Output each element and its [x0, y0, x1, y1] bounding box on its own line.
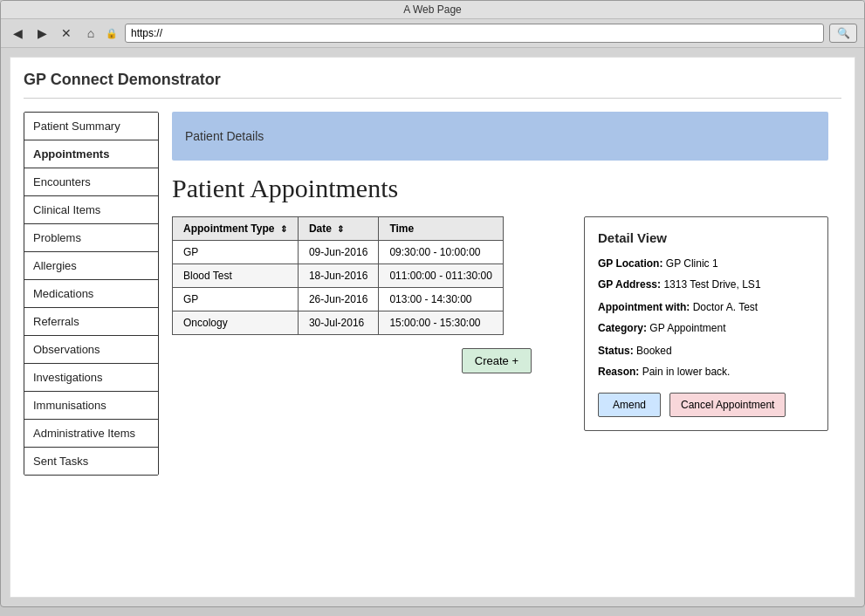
cell-time: 09:30:00 - 10:00:00	[379, 241, 504, 264]
cell-type: GP	[173, 288, 299, 311]
detail-status-label: Status:	[598, 345, 634, 357]
browser-titlebar: A Web Page	[1, 1, 864, 19]
sidebar-item-appointments[interactable]: Appointments	[24, 140, 158, 168]
stop-button[interactable]: ✕	[57, 24, 76, 43]
cell-type: Blood Test	[173, 264, 299, 288]
detail-view-title: Detail View	[598, 230, 814, 245]
page-title: A Web Page	[403, 3, 462, 16]
search-button[interactable]: 🔍	[829, 24, 857, 43]
page-heading: Patient Appointments	[172, 174, 828, 203]
detail-appointment-with-label: Appointment with:	[598, 301, 690, 313]
page-content: GP Connect Demonstrator Patient Summary …	[10, 57, 855, 598]
sidebar-item-patient-summary[interactable]: Patient Summary	[24, 113, 158, 140]
table-row[interactable]: GP26-Jun-2016013:00 - 14:30:00	[173, 288, 504, 311]
detail-category: Category: GP Appointment	[598, 320, 814, 336]
patient-details-banner: Patient Details	[172, 112, 828, 161]
sort-icon-date: ⇕	[337, 224, 344, 234]
app-divider	[24, 98, 841, 99]
cell-date: 30-Jul-2016	[298, 311, 378, 335]
sidebar-item-immunisations[interactable]: Immunisations	[24, 392, 158, 420]
sidebar-item-clinical-items[interactable]: Clinical Items	[24, 196, 158, 224]
table-row[interactable]: Oncology30-Jul-201615:00:00 - 15:30:00	[173, 311, 504, 335]
sidebar-item-referrals[interactable]: Referrals	[24, 308, 158, 336]
sidebar-item-administrative-items[interactable]: Administrative Items	[24, 420, 158, 448]
sidebar-item-sent-tasks[interactable]: Sent Tasks	[24, 448, 158, 475]
sidebar: Patient Summary Appointments Encounters …	[24, 112, 159, 476]
detail-gp-address-label: GP Address:	[598, 278, 661, 291]
col-header-type[interactable]: Appointment Type ⇕	[173, 217, 299, 241]
forward-button[interactable]: ▶	[32, 24, 51, 43]
table-and-detail: Appointment Type ⇕ Date ⇕ Time	[172, 216, 828, 431]
cell-date: 26-Jun-2016	[298, 288, 378, 311]
appointments-table: Appointment Type ⇕ Date ⇕ Time	[172, 216, 504, 335]
sidebar-item-observations[interactable]: Observations	[24, 336, 158, 364]
detail-appointment-with: Appointment with: Doctor A. Test	[598, 299, 814, 315]
patient-details-title: Patient Details	[185, 129, 264, 143]
detail-gp-address: GP Address: 1313 Test Drive, LS1	[598, 277, 814, 292]
address-bar[interactable]	[125, 24, 824, 43]
detail-status: Status: Booked	[598, 343, 814, 359]
content-area: Patient Details Patient Appointments App…	[159, 112, 841, 476]
cell-time: 013:00 - 14:30:00	[379, 288, 504, 311]
detail-category-value: GP Appointment	[649, 322, 725, 334]
cell-date: 18-Jun-2016	[298, 264, 378, 288]
sort-icon-type: ⇕	[280, 224, 287, 234]
app-title: GP Connect Demonstrator	[24, 71, 841, 89]
detail-actions: Amend Cancel Appointment	[598, 393, 814, 417]
sidebar-item-encounters[interactable]: Encounters	[24, 168, 158, 196]
cancel-appointment-button[interactable]: Cancel Appointment	[669, 393, 786, 417]
cell-time: 15:00:00 - 15:30:00	[379, 311, 504, 335]
cell-type: GP	[173, 241, 299, 264]
main-layout: Patient Summary Appointments Encounters …	[24, 112, 841, 476]
cell-type: Oncology	[173, 311, 299, 335]
detail-reason-label: Reason:	[598, 366, 639, 378]
home-button[interactable]: ⌂	[81, 24, 100, 43]
detail-reason: Reason: Pain in lower back.	[598, 364, 814, 380]
detail-gp-location-value: GP Clinic 1	[666, 257, 718, 270]
detail-status-value: Booked	[636, 345, 672, 357]
table-row[interactable]: Blood Test18-Jun-2016011:00:00 - 011:30:…	[173, 264, 504, 288]
cell-date: 09-Jun-2016	[298, 241, 378, 264]
create-button[interactable]: Create +	[462, 348, 532, 373]
col-header-date[interactable]: Date ⇕	[298, 217, 378, 241]
detail-reason-value: Pain in lower back.	[642, 366, 731, 378]
detail-appointment-with-value: Doctor A. Test	[693, 301, 758, 313]
sidebar-item-investigations[interactable]: Investigations	[24, 364, 158, 392]
cell-time: 011:00:00 - 011:30:00	[379, 264, 504, 288]
col-header-time[interactable]: Time	[379, 217, 504, 241]
detail-category-label: Category:	[598, 322, 647, 334]
detail-gp-address-value: 1313 Test Drive, LS1	[663, 278, 760, 291]
detail-view: Detail View GP Location: GP Clinic 1 GP …	[584, 216, 828, 431]
sidebar-item-problems[interactable]: Problems	[24, 224, 158, 252]
sidebar-item-medications[interactable]: Medications	[24, 280, 158, 308]
table-section: Appointment Type ⇕ Date ⇕ Time	[172, 216, 566, 373]
amend-button[interactable]: Amend	[598, 393, 661, 417]
lock-icon: 🔒	[106, 28, 118, 39]
detail-gp-location-label: GP Location:	[598, 257, 662, 270]
browser-toolbar: ◀ ▶ ✕ ⌂ 🔒 🔍	[1, 19, 864, 48]
detail-gp-location: GP Location: GP Clinic 1	[598, 256, 814, 271]
table-row[interactable]: GP09-Jun-201609:30:00 - 10:00:00	[173, 241, 504, 264]
sidebar-item-allergies[interactable]: Allergies	[24, 252, 158, 280]
back-button[interactable]: ◀	[8, 24, 27, 43]
